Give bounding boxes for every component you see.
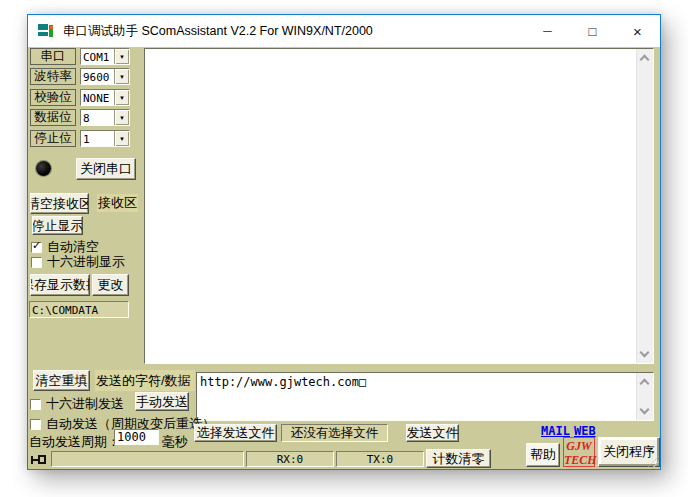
choose-file-button[interactable]: 选择发送文件 bbox=[194, 424, 277, 442]
close-button[interactable]: × bbox=[615, 15, 660, 47]
send-data-label: 发送的字符/数据 bbox=[95, 370, 195, 391]
title-bar[interactable]: 串口调试助手 SComAssistant V2.2 For WIN9X/NT/2… bbox=[28, 15, 660, 47]
checkbox-box[interactable]: ✓ bbox=[31, 257, 42, 268]
chevron-down-icon[interactable]: ▼ bbox=[114, 69, 129, 84]
clear-refill-button[interactable]: 清空重填 bbox=[33, 370, 90, 391]
scroll-up-icon[interactable] bbox=[640, 379, 650, 389]
manual-send-button[interactable]: 手动发送 bbox=[135, 392, 189, 411]
caption-buttons: ─ □ × bbox=[525, 15, 660, 47]
logo-line2: TECH bbox=[564, 453, 594, 467]
save-data-button[interactable]: 保存显示数据 bbox=[30, 274, 90, 296]
com-port-value: COM1 bbox=[81, 49, 114, 64]
receive-textarea[interactable] bbox=[144, 48, 654, 364]
com-port-select[interactable]: COM1 ▼ bbox=[80, 48, 130, 65]
send-text: http://www.gjwtech.com□ bbox=[200, 375, 633, 389]
checkbox-box[interactable]: ✓ bbox=[30, 419, 41, 430]
baud-rate-label: 波特率 bbox=[30, 68, 76, 85]
counter-reset-button[interactable]: 计数清零 bbox=[426, 449, 491, 468]
auto-send-period-label: 自动发送周期： bbox=[29, 433, 120, 451]
gjw-tech-logo[interactable]: GJW TECH bbox=[563, 437, 595, 467]
send-scrollbar[interactable] bbox=[636, 373, 653, 420]
change-path-button[interactable]: 更改 bbox=[92, 274, 129, 296]
scroll-down-icon[interactable] bbox=[640, 348, 650, 358]
stop-bits-select[interactable]: 1 ▼ bbox=[80, 130, 130, 147]
checkbox-box[interactable]: ✓ bbox=[30, 399, 41, 410]
save-path-field[interactable]: C:\COMDATA bbox=[29, 301, 129, 318]
chevron-down-icon[interactable]: ▼ bbox=[114, 131, 129, 146]
maximize-button[interactable]: □ bbox=[570, 15, 615, 47]
data-bits-label: 数据位 bbox=[30, 109, 76, 126]
period-input[interactable] bbox=[114, 429, 159, 445]
minimize-button[interactable]: ─ bbox=[525, 15, 570, 47]
data-bits-select[interactable]: 8 ▼ bbox=[80, 109, 130, 126]
send-file-button[interactable]: 发送文件 bbox=[406, 424, 459, 442]
tx-counter: TX:0 bbox=[336, 451, 424, 467]
receive-area-label: 接收区 bbox=[97, 194, 138, 212]
baud-rate-value: 9600 bbox=[81, 69, 114, 84]
port-status-led bbox=[36, 161, 51, 176]
parity-label: 校验位 bbox=[30, 89, 76, 106]
close-program-button[interactable]: 关闭程序 bbox=[598, 437, 660, 467]
file-status-field: 还没有选择文件 bbox=[281, 424, 388, 442]
check-icon: ✓ bbox=[32, 239, 41, 252]
app-icon bbox=[38, 23, 54, 39]
receive-scrollbar[interactable] bbox=[636, 49, 653, 363]
parity-value: NONE bbox=[81, 90, 114, 105]
hex-send-checkbox[interactable]: ✓ 十六进制发送 bbox=[30, 395, 124, 413]
chevron-down-icon[interactable]: ▼ bbox=[114, 90, 129, 105]
period-unit-label: 毫秒 bbox=[162, 433, 188, 451]
app-window: 串口调试助手 SComAssistant V2.2 For WIN9X/NT/2… bbox=[27, 14, 661, 470]
send-textarea[interactable]: http://www.gjwtech.com□ bbox=[196, 372, 654, 421]
window-title: 串口调试助手 SComAssistant V2.2 For WIN9X/NT/2… bbox=[63, 23, 373, 40]
com-port-label: 串口 bbox=[30, 48, 76, 65]
help-button[interactable]: 帮助 bbox=[526, 443, 560, 467]
status-pin-icon bbox=[31, 454, 47, 466]
stop-bits-value: 1 bbox=[81, 131, 114, 146]
web-link[interactable]: WEB bbox=[574, 424, 596, 438]
stop-display-button[interactable]: 停止显示 bbox=[32, 216, 83, 235]
hex-display-checkbox[interactable]: ✓ 十六进制显示 bbox=[31, 253, 125, 271]
mail-link[interactable]: MAIL bbox=[541, 424, 570, 438]
status-message bbox=[51, 451, 244, 467]
hex-send-label: 十六进制发送 bbox=[46, 395, 124, 413]
clear-receive-button[interactable]: 清空接收区 bbox=[30, 193, 89, 214]
client-area: 串口 COM1 ▼ 波特率 9600 ▼ 校验位 NONE ▼ 数据位 8 ▼ … bbox=[28, 47, 660, 469]
close-port-button[interactable]: 关闭串口 bbox=[76, 158, 136, 180]
scroll-down-icon[interactable] bbox=[640, 405, 650, 415]
chevron-down-icon[interactable]: ▼ bbox=[114, 49, 129, 64]
data-bits-value: 8 bbox=[81, 110, 114, 125]
checkbox-box[interactable]: ✓ bbox=[31, 242, 42, 253]
rx-counter: RX:0 bbox=[246, 451, 334, 467]
baud-rate-select[interactable]: 9600 ▼ bbox=[80, 68, 130, 85]
stop-bits-label: 停止位 bbox=[30, 130, 76, 147]
parity-select[interactable]: NONE ▼ bbox=[80, 89, 130, 106]
chevron-down-icon[interactable]: ▼ bbox=[114, 110, 129, 125]
scroll-up-icon[interactable] bbox=[640, 55, 650, 65]
hex-display-label: 十六进制显示 bbox=[47, 253, 125, 271]
logo-line1: GJW bbox=[564, 439, 594, 453]
desktop: 串口调试助手 SComAssistant V2.2 For WIN9X/NT/2… bbox=[0, 0, 688, 497]
